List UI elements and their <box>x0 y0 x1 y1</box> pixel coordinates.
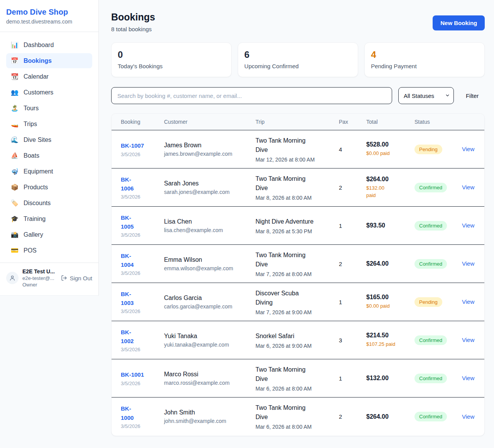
search-input[interactable] <box>111 87 392 104</box>
trip-name: Snorkel Safari <box>255 332 333 341</box>
booking-date: 3/5/2026 <box>121 152 159 157</box>
status-filter-select[interactable]: All Statuses <box>398 87 454 104</box>
paid-amount: $0.00 paid <box>366 150 409 157</box>
pax-count: 1 <box>339 299 366 305</box>
booking-id-link[interactable]: BK- 1004 <box>121 253 134 268</box>
sidebar-item-bookings[interactable]: 📅 Bookings <box>6 53 92 68</box>
view-link[interactable]: View <box>462 184 474 190</box>
filter-button[interactable]: Filter <box>466 93 479 99</box>
total-amount: $214.50 <box>366 332 409 339</box>
sidebar-item-dashboard[interactable]: 📊 Dashboard <box>6 37 92 52</box>
pax-count: 2 <box>339 184 366 191</box>
view-link[interactable]: View <box>462 413 474 420</box>
customer-email: marco.rossi@example.com <box>164 380 250 386</box>
sidebar-item-gallery[interactable]: 📸 Gallery <box>6 227 92 242</box>
brand: Demo Dive Shop demo.test.divestreams.com <box>0 0 98 32</box>
booking-cell: BK- 1006 3/5/2026 <box>121 175 164 200</box>
customer-cell: Emma Wilson emma.wilson@example.com <box>164 256 255 271</box>
view-link[interactable]: View <box>462 337 474 343</box>
status-cell: Pending <box>414 297 462 307</box>
customer-name: Marco Rossi <box>164 371 250 378</box>
stat-value: 0 <box>118 49 225 60</box>
sidebar-item-label: Customers <box>24 89 53 96</box>
col-header-total: Total <box>366 119 414 125</box>
sidebar-item-label: Training <box>24 216 46 222</box>
user-meta: E2E Test U... e2e-tester@... Owner <box>22 268 57 288</box>
sidebar-item-label: Gallery <box>24 231 43 238</box>
sidebar-item-trips[interactable]: 🚤 Trips <box>6 116 92 131</box>
sidebar-item-pos[interactable]: 💳 POS <box>6 243 92 258</box>
view-link[interactable]: View <box>462 260 474 267</box>
booking-id-link[interactable]: BK- 1000 <box>121 405 134 421</box>
total-cell: $93.50 <box>366 222 414 229</box>
sign-out-button[interactable]: Sign Out <box>61 275 92 281</box>
stat-value: 6 <box>244 49 352 60</box>
trip-datetime: Mar 6, 2026 at 8:00 AM <box>255 386 333 392</box>
sidebar-item-tours[interactable]: 🏝️ Tours <box>6 101 92 116</box>
customer-cell: Marco Rossi marco.rossi@example.com <box>164 371 255 386</box>
booking-id-link[interactable]: BK- 1003 <box>121 291 134 306</box>
sidebar-item-equipment[interactable]: 🤿 Equipment <box>6 164 92 179</box>
sidebar-item-discounts[interactable]: 🏷️ Discounts <box>6 195 92 211</box>
trip-cell: Discover Scuba Diving Mar 7, 2026 at 9:0… <box>255 289 339 315</box>
customer-name: Emma Wilson <box>164 256 250 263</box>
equipment-mask-icon: 🤿 <box>11 168 19 175</box>
gallery-camera-icon: 📸 <box>11 231 19 238</box>
main-content: Bookings 8 total bookings New Booking 0 … <box>99 0 494 448</box>
customer-email: emma.wilson@example.com <box>164 265 250 271</box>
status-cell: Confirmed <box>414 374 462 383</box>
customer-email: sarah.jones@example.com <box>164 189 250 195</box>
booking-date: 3/5/2026 <box>121 232 159 238</box>
sidebar-item-calendar[interactable]: 📆 Calendar <box>6 69 92 84</box>
customer-email: lisa.chen@example.com <box>164 227 250 233</box>
status-badge: Confirmed <box>414 259 447 269</box>
total-amount: $93.50 <box>366 222 409 229</box>
sidebar-item-label: Dashboard <box>24 42 54 49</box>
booking-id-link[interactable]: BK- 1006 <box>121 176 134 192</box>
trip-datetime: Mar 6, 2026 at 9:00 AM <box>255 343 333 349</box>
booking-id-link[interactable]: BK- 1002 <box>121 329 134 344</box>
table-row: BK-1001 3/5/2026 Marco Rossi marco.rossi… <box>112 359 484 397</box>
sidebar-item-products[interactable]: 📦 Products <box>6 180 92 195</box>
table-header-row: Booking Customer Trip Pax Total Status <box>112 114 484 130</box>
booking-cell: BK- 1000 3/5/2026 <box>121 404 164 429</box>
booking-id-link[interactable]: BK-1001 <box>121 371 144 378</box>
page-subtitle: 8 total bookings <box>111 26 155 32</box>
filter-bar: All Statuses Filter <box>111 87 485 104</box>
status-badge: Confirmed <box>414 221 447 231</box>
new-booking-button[interactable]: New Booking <box>433 15 485 30</box>
booking-id-link[interactable]: BK-1007 <box>121 142 144 149</box>
pos-card-icon: 💳 <box>11 247 19 254</box>
stats-cards: 0 Today's Bookings 6 Upcoming Confirmed … <box>111 42 485 77</box>
col-header-customer: Customer <box>164 119 255 125</box>
customer-name: Sarah Jones <box>164 180 250 187</box>
brand-domain: demo.test.divestreams.com <box>6 19 92 25</box>
sidebar-item-dive-sites[interactable]: 🌊 Dive Sites <box>6 132 92 147</box>
view-link[interactable]: View <box>462 375 474 381</box>
booking-id-link[interactable]: BK- 1005 <box>121 214 134 230</box>
sidebar-item-label: Dive Sites <box>24 136 51 143</box>
tours-island-icon: 🏝️ <box>11 104 19 112</box>
sidebar-nav: 📊 Dashboard 📅 Bookings 📆 Calendar 👥 Cust… <box>0 32 98 263</box>
total-amount: $165.00 <box>366 294 409 301</box>
view-link[interactable]: View <box>462 298 474 305</box>
user-icon <box>9 275 15 281</box>
sidebar-item-training[interactable]: 🎓 Training <box>6 211 92 226</box>
total-cell: $132.00 <box>366 375 414 382</box>
booking-cell: BK-1001 3/5/2026 <box>121 370 164 386</box>
actions-cell: View <box>462 375 480 382</box>
sidebar-item-customers[interactable]: 👥 Customers <box>6 85 92 100</box>
col-header-trip: Trip <box>255 119 339 125</box>
booking-cell: BK- 1002 3/5/2026 <box>121 328 164 353</box>
view-link[interactable]: View <box>462 222 474 229</box>
customer-cell: Sarah Jones sarah.jones@example.com <box>164 180 255 195</box>
sidebar-item-boats[interactable]: ⛵ Boats <box>6 148 92 163</box>
total-amount: $132.00 <box>366 375 409 382</box>
trip-cell: Two Tank Morning Dive Mar 8, 2026 at 8:0… <box>255 174 339 201</box>
dashboard-chart-icon: 📊 <box>11 41 19 49</box>
view-link[interactable]: View <box>462 146 474 152</box>
pax-count: 1 <box>339 222 366 229</box>
calendar-icon: 📆 <box>11 73 19 80</box>
customer-name: John Smith <box>164 409 250 416</box>
customer-name: Yuki Tanaka <box>164 333 250 340</box>
